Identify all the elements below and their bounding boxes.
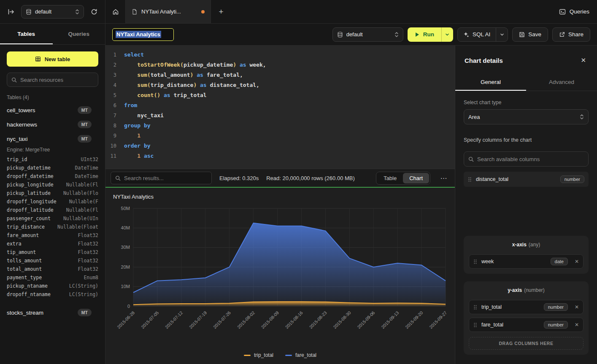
results-search-input[interactable] [124, 175, 207, 181]
code-line: 8group by [105, 121, 455, 131]
column-type: DateTime [75, 165, 98, 171]
table-row-hackernews[interactable]: hackernews MT [0, 117, 105, 132]
search-icon [468, 156, 474, 162]
sidebar-toggle-icon [8, 8, 14, 15]
column-type: LC(String) [69, 291, 98, 297]
code-line: 6from [105, 100, 455, 111]
drop-zone[interactable]: DRAG COLUMNS HERE [469, 337, 583, 350]
database-icon [337, 32, 343, 38]
y-axis-column[interactable]: trip_total number ✕ [469, 300, 583, 314]
table-column-row: tolls_amount Float32 [7, 256, 98, 265]
app-window: default NYTaxi Analyti... + Queries [0, 0, 597, 364]
remove-icon[interactable]: ✕ [575, 259, 579, 264]
results-search[interactable] [111, 172, 212, 184]
columns-search-input[interactable] [477, 156, 584, 162]
read-stat: Read: 20,000,000 rows (260.00 MB) [266, 175, 355, 181]
columns-section-label: Specify columns for the chart [464, 137, 589, 143]
column-name: distance_total [476, 176, 556, 182]
drag-handle-icon[interactable] [473, 305, 477, 310]
queries-button-label: Queries [570, 8, 589, 15]
column-type: Float32 [78, 258, 98, 264]
drag-handle-icon[interactable] [473, 322, 477, 328]
view-toggle-table[interactable]: Table [377, 173, 403, 183]
database-select[interactable]: default [21, 5, 84, 19]
search-icon [115, 175, 121, 181]
svg-text:2015-08-16: 2015-08-16 [284, 310, 304, 330]
svg-text:20M: 20M [121, 264, 130, 270]
x-axis-label: x-axis [512, 242, 527, 248]
column-name: trip_id [7, 156, 27, 162]
column-type: Enum8 [84, 275, 98, 280]
more-options-button[interactable]: ⋯ [438, 174, 450, 182]
refresh-button[interactable] [88, 6, 100, 18]
view-toggle-chart[interactable]: Chart [403, 173, 429, 183]
run-button[interactable]: Run [408, 27, 441, 42]
svg-text:2015-08-02: 2015-08-02 [236, 310, 256, 330]
close-icon[interactable]: ✕ [579, 56, 588, 65]
chevron-updown-icon [580, 114, 584, 120]
column-type: UInt32 [81, 156, 98, 162]
sidebar-toggle-button[interactable] [5, 6, 17, 18]
drag-handle-icon[interactable] [468, 177, 472, 182]
sql-ai-button[interactable]: SQL AI [458, 28, 496, 41]
column-list: trip_id UInt32 pickup_datetime DateTime … [0, 155, 105, 303]
share-button[interactable]: Share [552, 27, 590, 42]
svg-text:2015-07-12: 2015-07-12 [164, 310, 184, 330]
table-row-stocks-stream[interactable]: stocks_stream MT [0, 305, 105, 320]
y-axis-column[interactable]: fare_total number ✕ [469, 318, 583, 332]
column-name: tip_amount [7, 249, 36, 255]
home-tab[interactable] [105, 0, 126, 23]
column-name: pickup_longitude [7, 182, 54, 188]
new-table-button[interactable]: New table [7, 51, 98, 67]
remove-icon[interactable]: ✕ [575, 304, 579, 310]
column-type: Nullable(Fl [66, 182, 98, 188]
table-column-row: pickup_longitude Nullable(Fl [7, 181, 98, 189]
columns-search[interactable] [464, 151, 589, 167]
legend-item[interactable]: trip_total [244, 352, 273, 358]
unsaved-indicator-dot [201, 10, 205, 13]
run-options-button[interactable] [442, 27, 453, 42]
sidebar-search-input[interactable] [20, 77, 94, 83]
new-tab-button[interactable]: + [211, 0, 231, 23]
column-type: LC(String) [69, 283, 98, 289]
table-grid-icon [35, 56, 41, 62]
sidebar-tab-queries[interactable]: Queries [53, 24, 105, 44]
sql-editor[interactable]: 1select2 toStartOfWeek(pickup_datetime) … [105, 46, 455, 169]
column-name: dropoff_datetime [7, 173, 54, 179]
code-line: 2 toStartOfWeek(pickup_datetime) as week… [105, 60, 455, 70]
x-axis-column[interactable]: week date ✕ [469, 254, 583, 269]
code-line: 4 sum(trip_distance) as distance_total, [105, 80, 455, 90]
svg-text:10M: 10M [121, 284, 130, 289]
remove-icon[interactable]: ✕ [575, 322, 579, 328]
query-title-text: NYTaxi Analytics [116, 31, 161, 38]
table-row-cell-towers[interactable]: cell_towers MT [0, 103, 105, 117]
column-name: passenger_count [7, 216, 51, 221]
table-column-row: passenger_count Nullable(UIn [7, 214, 98, 223]
engine-badge: MT [78, 135, 92, 143]
query-title-input[interactable]: NYTaxi Analytics [112, 28, 174, 41]
column-name: pickup_latitude [7, 190, 51, 196]
table-row-nyc-taxi[interactable]: nyc_taxi MT [0, 132, 105, 146]
query-database-select[interactable]: default [332, 27, 403, 42]
sidebar-search[interactable] [7, 73, 98, 87]
sql-ai-options-button[interactable] [496, 28, 508, 41]
queries-button[interactable]: Queries [559, 8, 589, 15]
chart-type-value: Area [468, 114, 576, 120]
tab-strip: NYTaxi Analyti... + [105, 0, 231, 23]
drag-handle-icon[interactable] [473, 259, 477, 264]
chart-type-select[interactable]: Area [464, 109, 589, 124]
save-button[interactable]: Save [512, 27, 548, 42]
tab-general[interactable]: General [455, 73, 526, 91]
available-column[interactable]: distance_total number [464, 172, 589, 187]
chevron-updown-icon [75, 9, 79, 15]
column-name: total_amount [7, 266, 42, 272]
x-axis-items: week date ✕ [469, 254, 583, 269]
query-tab[interactable]: NYTaxi Analyti... [126, 0, 211, 23]
panel-tabs: General Advanced [455, 73, 597, 91]
legend-item[interactable]: fare_total [285, 352, 316, 358]
sidebar-tab-tables[interactable]: Tables [0, 24, 53, 44]
tab-advanced[interactable]: Advanced [526, 73, 597, 91]
save-icon [519, 32, 525, 38]
table-name: nyc_taxi [7, 136, 78, 142]
column-name: payment_type [7, 275, 42, 280]
